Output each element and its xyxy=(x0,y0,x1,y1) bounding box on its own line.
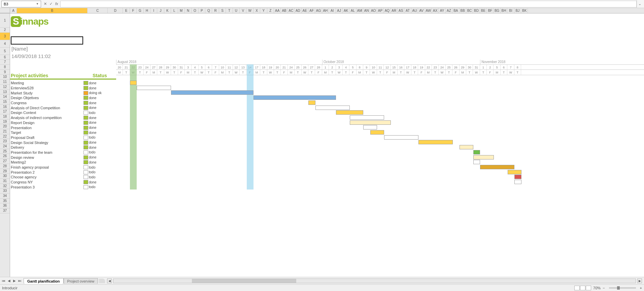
view-break-button[interactable] xyxy=(586,286,591,290)
col-head-BD[interactable]: BD xyxy=(473,8,480,13)
col-head-AU[interactable]: AU xyxy=(411,8,418,13)
col-head-AY[interactable]: AY xyxy=(439,8,445,13)
activity-row[interactable]: Congress NYdone xyxy=(10,180,116,185)
col-head-D[interactable]: D xyxy=(108,8,123,13)
activity-row[interactable]: Targetdone xyxy=(10,130,116,135)
col-head-BF[interactable]: BF xyxy=(487,8,494,13)
row-head-27[interactable]: 27 xyxy=(0,159,10,164)
row-head-25[interactable]: 25 xyxy=(0,149,10,154)
row-head-18[interactable]: 18 xyxy=(0,114,10,119)
row-head-6[interactable]: 6 xyxy=(0,55,10,60)
activity-row[interactable]: Design Contexttodo xyxy=(10,110,116,115)
row-head-32[interactable]: 32 xyxy=(0,184,10,189)
gantt-bar[interactable] xyxy=(384,135,418,140)
col-head-A[interactable]: A xyxy=(10,8,17,13)
activity-row[interactable]: EnterviewS28done xyxy=(10,86,116,91)
row-head-7[interactable]: 7 xyxy=(0,60,10,65)
col-head-L[interactable]: L xyxy=(171,8,178,13)
col-head-AC[interactable]: AC xyxy=(288,8,295,13)
activity-row[interactable]: Meeting2done xyxy=(10,160,116,165)
enter-icon[interactable]: ✓ xyxy=(49,2,53,6)
activity-row[interactable]: Proposal Drafttodo xyxy=(10,135,116,140)
gantt-bar[interactable] xyxy=(130,81,137,85)
col-head-BK[interactable]: BK xyxy=(521,8,528,13)
col-head-AW[interactable]: AW xyxy=(425,8,432,13)
gantt-bar[interactable] xyxy=(370,130,384,135)
col-head-M[interactable]: M xyxy=(178,8,185,13)
tab-prev-icon[interactable]: ◀ xyxy=(7,279,11,283)
activity-row[interactable]: Meetingdone xyxy=(10,81,116,86)
sheet-canvas[interactable]: Sinnaps [Name] 14/09/2018 11:02 Project … xyxy=(10,13,644,277)
col-head-X[interactable]: X xyxy=(253,8,260,13)
row-head-26[interactable]: 26 xyxy=(0,154,10,159)
row-head-10[interactable]: 10 xyxy=(0,75,10,80)
tab-first-icon[interactable]: ⏮ xyxy=(1,279,6,283)
col-head-AM[interactable]: AM xyxy=(357,8,363,13)
gantt-bar[interactable] xyxy=(473,155,494,159)
activity-row[interactable]: Choose agencytodo xyxy=(10,175,116,180)
row-head-21[interactable]: 21 xyxy=(0,129,10,134)
row-head-20[interactable]: 20 xyxy=(0,124,10,129)
view-normal-button[interactable] xyxy=(574,286,580,290)
row-head-15[interactable]: 15 xyxy=(0,99,10,105)
row-head-12[interactable]: 12 xyxy=(0,85,10,90)
gantt-bar[interactable] xyxy=(514,175,521,179)
row-head-19[interactable]: 19 xyxy=(0,119,10,124)
col-head-BH[interactable]: BH xyxy=(501,8,507,13)
col-head-O[interactable]: O xyxy=(192,8,198,13)
new-sheet-button[interactable] xyxy=(99,279,105,283)
row-head-2[interactable]: 2 xyxy=(0,28,10,33)
row-head-31[interactable]: 31 xyxy=(0,179,10,184)
col-head-AX[interactable]: AX xyxy=(432,8,439,13)
select-all-corner[interactable] xyxy=(0,8,10,13)
col-head-AJ[interactable]: AJ xyxy=(336,8,343,13)
horizontal-scrollbar[interactable] xyxy=(113,279,636,283)
row-head-14[interactable]: 14 xyxy=(0,94,10,99)
activity-row[interactable]: Market Studydoing ok xyxy=(10,90,116,95)
activity-row[interactable]: Report Designdone xyxy=(10,120,116,125)
tab-next-icon[interactable]: ▶ xyxy=(12,279,17,283)
name-box[interactable]: B3 ▼ xyxy=(1,1,41,7)
col-head-H[interactable]: H xyxy=(144,8,150,13)
row-head-24[interactable]: 24 xyxy=(0,144,10,149)
hscroll-left-icon[interactable]: ◀ xyxy=(107,279,112,283)
gantt-bar[interactable] xyxy=(460,145,473,149)
row-head-8[interactable]: 8 xyxy=(0,65,10,70)
row-head-16[interactable]: 16 xyxy=(0,105,10,110)
col-head-BG[interactable]: BG xyxy=(494,8,500,13)
row-head-28[interactable]: 28 xyxy=(0,164,10,169)
view-page-button[interactable] xyxy=(580,286,585,290)
col-head-AA[interactable]: AA xyxy=(274,8,281,13)
col-head-AK[interactable]: AK xyxy=(343,8,349,13)
tab-last-icon[interactable]: ⏭ xyxy=(18,279,22,283)
gantt-bar[interactable] xyxy=(363,125,377,129)
row-head-23[interactable]: 23 xyxy=(0,139,10,144)
zoom-in-icon[interactable]: + xyxy=(640,286,642,290)
col-head-AO[interactable]: AO xyxy=(370,8,377,13)
col-head-AE[interactable]: AE xyxy=(302,8,308,13)
col-head-I[interactable]: I xyxy=(150,8,157,13)
row-head-3[interactable]: 3 xyxy=(0,33,10,40)
col-head-V[interactable]: V xyxy=(240,8,246,13)
zoom-slider[interactable] xyxy=(609,287,636,289)
col-head-AF[interactable]: AF xyxy=(308,8,315,13)
activity-row[interactable]: Design Social Strategydone xyxy=(10,140,116,145)
col-head-BA[interactable]: BA xyxy=(452,8,459,13)
col-head-E[interactable]: E xyxy=(123,8,130,13)
col-head-BC[interactable]: BC xyxy=(466,8,473,13)
activity-row[interactable]: Presentationdone xyxy=(10,125,116,130)
row-head-4[interactable]: 4 xyxy=(0,40,10,48)
hscroll-right-icon[interactable]: ▶ xyxy=(637,279,642,283)
col-head-AB[interactable]: AB xyxy=(281,8,287,13)
activity-row[interactable]: Deliverydone xyxy=(10,145,116,150)
col-head-J[interactable]: J xyxy=(157,8,164,13)
gantt-bar[interactable] xyxy=(137,86,171,90)
col-head-G[interactable]: G xyxy=(137,8,143,13)
col-head-AQ[interactable]: AQ xyxy=(384,8,391,13)
col-head-AD[interactable]: AD xyxy=(295,8,301,13)
col-head-AI[interactable]: AI xyxy=(329,8,336,13)
gantt-bar[interactable] xyxy=(336,110,364,115)
activity-row[interactable]: Analysis of indirect competitiondone xyxy=(10,115,116,120)
formula-expand-icon[interactable]: ⌄ xyxy=(637,0,643,8)
row-head-29[interactable]: 29 xyxy=(0,169,10,174)
